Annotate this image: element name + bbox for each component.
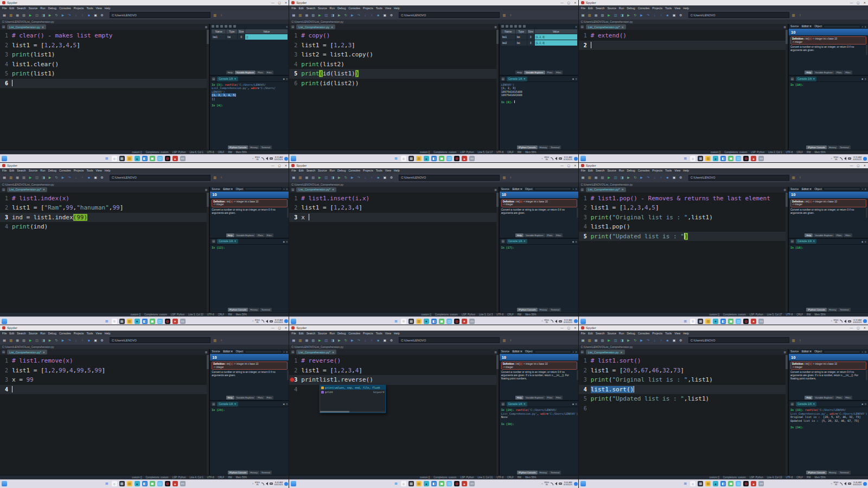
edge-icon[interactable]: ● <box>424 319 429 324</box>
menu-projects[interactable]: Projects <box>363 169 373 172</box>
column-header-name[interactable]: Name <box>501 29 515 34</box>
menu-view[interactable]: View <box>385 332 391 335</box>
lock-icon[interactable]: ▪ <box>284 350 285 353</box>
code-line[interactable]: 3list2 = list1.copy() <box>289 50 498 60</box>
import-data-icon[interactable] <box>501 25 504 28</box>
browse-tabs-icon[interactable]: ▤ <box>291 188 295 192</box>
clock[interactable]: 8:15 AM6/3/2023 <box>853 156 861 161</box>
search-icon[interactable]: ○ <box>401 481 406 486</box>
store-icon[interactable]: ▣ <box>728 156 733 161</box>
step-return-icon[interactable]: ↑ <box>369 175 374 180</box>
preferences-icon[interactable]: ⚙ <box>679 175 683 180</box>
step-return-icon[interactable]: ↑ <box>659 338 663 343</box>
title-bar[interactable]: Spyder—▢✕ <box>0 325 289 331</box>
save-icon[interactable]: ▦ <box>594 175 598 180</box>
new-console-icon[interactable]: ▤ <box>501 402 505 406</box>
search-icon[interactable]: ○ <box>112 156 117 161</box>
edge-icon[interactable]: ● <box>424 156 429 161</box>
new-file-icon[interactable]: ▤ <box>2 338 7 343</box>
spyder-icon[interactable]: ● <box>462 319 467 324</box>
battery-icon[interactable] <box>270 483 273 485</box>
maximize-pane-icon[interactable]: ▣ <box>672 338 676 343</box>
help-object-input[interactable] <box>824 350 860 353</box>
close-button[interactable]: ✕ <box>285 1 288 4</box>
minimize-button[interactable]: — <box>850 164 853 167</box>
task-view-icon[interactable]: ▦ <box>119 319 125 324</box>
code-line[interactable]: 1# clear() - makes list empty <box>0 31 209 41</box>
help-body-text[interactable]: Convert a number or string to an integer… <box>500 370 579 396</box>
opera-gx-icon[interactable]: ◍ <box>454 319 459 324</box>
task-view-icon[interactable]: ▦ <box>698 156 703 161</box>
scrollbar[interactable] <box>786 355 788 475</box>
opera-gx-icon[interactable]: ◍ <box>165 156 170 161</box>
menu-run[interactable]: Run <box>330 7 335 10</box>
console-bottom-tab-ipython-console[interactable]: IPython Console <box>228 308 248 312</box>
menu-view[interactable]: View <box>674 332 680 335</box>
spyder-icon[interactable]: ● <box>751 319 756 324</box>
vscode-icon[interactable]: ◧ <box>720 156 726 161</box>
menu-file[interactable]: File <box>2 169 7 172</box>
menu-help[interactable]: Help <box>105 7 111 10</box>
panel-tab-help[interactable]: Help <box>805 233 813 237</box>
preferences-icon[interactable]: ⚙ <box>100 13 104 17</box>
vscode-icon[interactable]: ◧ <box>720 319 726 324</box>
open-file-icon[interactable]: ▥ <box>588 338 592 343</box>
new-file-icon[interactable]: ▤ <box>581 13 585 17</box>
code-line[interactable]: 5print(list1) <box>0 69 209 79</box>
interrupt-kernel-icon[interactable]: ■ <box>572 402 574 405</box>
photos-icon[interactable]: ◫ <box>736 319 741 324</box>
snipping-tool-icon[interactable]: ▭ <box>180 319 186 324</box>
store-icon[interactable]: ▣ <box>150 481 155 486</box>
parent-dir-icon[interactable]: ↑ <box>508 13 513 17</box>
menu-tools[interactable]: Tools <box>665 332 672 335</box>
browse-tabs-icon[interactable]: ▤ <box>291 350 295 354</box>
minimize-button[interactable]: — <box>271 164 275 167</box>
browse-tabs-icon[interactable]: ▤ <box>2 350 5 354</box>
debug-icon[interactable]: ▶ <box>61 175 65 180</box>
store-icon[interactable]: ▣ <box>150 319 155 324</box>
menu-projects[interactable]: Projects <box>652 332 662 335</box>
open-file-icon[interactable]: ▥ <box>298 338 302 343</box>
help-body-text[interactable]: Convert a number or string to an integer… <box>789 370 868 396</box>
menu-edit[interactable]: Edit <box>9 332 14 335</box>
search-icon[interactable] <box>519 25 521 28</box>
task-view-icon[interactable]: ▦ <box>409 319 414 324</box>
start-button[interactable]: ⊞ <box>104 481 110 486</box>
menu-edit[interactable]: Edit <box>588 169 593 172</box>
menu-tools[interactable]: Tools <box>665 7 672 10</box>
snipping-tool-icon[interactable]: ▭ <box>758 481 764 486</box>
save-icon[interactable]: ▦ <box>594 13 598 17</box>
panel-tab-files[interactable]: Files <box>265 71 273 74</box>
code-line[interactable]: 1# list1.index(x) <box>0 194 209 204</box>
help-source-dropdown[interactable]: Editor▾ <box>222 187 234 191</box>
close-icon[interactable]: ✕ <box>813 403 815 405</box>
file-explorer-icon[interactable]: ▥ <box>705 156 711 161</box>
console-output[interactable]: In [18]: <box>789 245 868 308</box>
tray-chevron-icon[interactable]: ^ <box>542 157 543 160</box>
console-tab[interactable]: Console 1/A✕ <box>796 77 816 81</box>
menu-source[interactable]: Source <box>318 7 327 10</box>
menu-debug[interactable]: Debug <box>48 169 56 172</box>
preferences-icon[interactable]: ⚙ <box>679 13 683 17</box>
open-file-icon[interactable]: ▥ <box>588 13 592 17</box>
maximize-pane-icon[interactable]: ▣ <box>672 13 676 17</box>
variable-table[interactable]: NameTypeSizeValuelist1list0[] <box>210 29 289 71</box>
editor-tab[interactable]: List_Comprehension.py*✕ <box>296 187 336 192</box>
language-indicator[interactable]: ENGIN <box>834 481 839 486</box>
task-view-icon[interactable]: ▦ <box>409 156 414 161</box>
console-bottom-tab-terminal[interactable]: Terminal <box>260 308 272 312</box>
title-bar[interactable]: Spyder—▢✕ <box>289 325 578 331</box>
rerun-icon[interactable]: ↻ <box>343 338 348 343</box>
panel-tab-plots[interactable]: Plots <box>256 396 265 400</box>
step-over-icon[interactable]: ↷ <box>646 338 650 343</box>
step-into-icon[interactable]: ↓ <box>74 338 78 343</box>
title-bar[interactable]: Spyder—▢✕ <box>0 163 289 168</box>
variable-table[interactable]: NameTypeSizeValuelist1list3[1, 2, 3]list… <box>500 29 579 71</box>
menu-debug[interactable]: Debug <box>337 332 346 335</box>
widgets-icon[interactable] <box>291 481 296 486</box>
maximize-pane-icon[interactable]: ▣ <box>382 13 387 17</box>
menu-run[interactable]: Run <box>619 332 624 335</box>
panel-tab-variable-explorer[interactable]: Variable Explorer <box>235 233 256 237</box>
interrupt-kernel-icon[interactable]: ■ <box>861 240 863 243</box>
interrupt-kernel-icon[interactable]: ■ <box>283 240 284 243</box>
